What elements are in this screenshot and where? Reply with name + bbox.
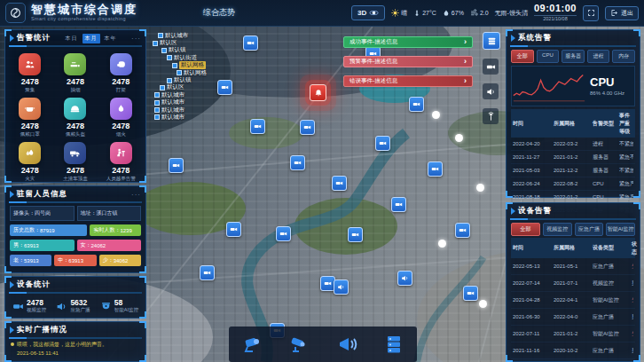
camera-icon xyxy=(230,225,238,233)
map-marker[interactable] xyxy=(348,227,363,242)
stat-emergency-broadcast: 5632应急广播 xyxy=(56,299,90,313)
map-marker[interactable] xyxy=(455,223,470,238)
table-row[interactable]: 2021-11-16 2020-10-2 应急广播 异常 xyxy=(511,342,635,359)
truck-icon xyxy=(64,142,86,164)
map-marker[interactable] xyxy=(375,136,390,151)
map-marker[interactable] xyxy=(479,300,487,308)
period-tab[interactable]: 本月 xyxy=(82,34,100,43)
table-row[interactable]: 2022-06-24 2022-08-2 CPU 紧急严重 xyxy=(511,177,635,191)
camera-chip: 摄像头：四号岗 xyxy=(10,206,75,221)
tab-overview[interactable]: 综合态势 xyxy=(196,4,242,21)
tool-ptz-camera-button[interactable] xyxy=(240,331,266,358)
cell-status: 失联 xyxy=(632,263,633,271)
tree-bullet-icon xyxy=(161,48,167,53)
tree-row[interactable]: 默认城市 xyxy=(153,114,207,121)
map-marker[interactable] xyxy=(438,240,446,248)
system-tab[interactable]: 全部 xyxy=(511,50,534,63)
rail-broadcast-button[interactable] xyxy=(483,108,499,124)
period-tab[interactable]: 本年 xyxy=(102,34,120,43)
tool-server-button[interactable] xyxy=(381,331,407,358)
device-tab[interactable]: 应急广播 xyxy=(575,223,604,236)
rail-camera-button[interactable] xyxy=(483,59,499,75)
tile-fighting: 2478 打架 xyxy=(98,51,144,96)
table-row[interactable]: 2022-07-14 2021-07-1 视频监控 异常 xyxy=(511,275,635,292)
system-tab[interactable]: 进程 xyxy=(587,50,610,63)
tool-megaphone-button[interactable] xyxy=(334,331,360,358)
table-row[interactable]: 2022-07-11 2021-01-2 智能AI监控 失联 xyxy=(511,326,635,342)
device-tab[interactable]: 视频监控 xyxy=(543,223,572,236)
system-tab[interactable]: 内存 xyxy=(612,50,635,63)
tile-value: 2478 xyxy=(52,77,98,86)
table-row[interactable]: 2022-05-13 2021-05-1 应急广播 失联 xyxy=(511,258,635,275)
alarm-marker[interactable] xyxy=(310,84,326,101)
map-marker[interactable] xyxy=(169,158,184,173)
cell-grid: 2022-04-0 xyxy=(554,314,591,319)
cell-status: 异常 xyxy=(632,347,633,355)
rail-speaker-button[interactable] xyxy=(483,83,499,99)
map-marker[interactable] xyxy=(428,161,443,177)
map-marker[interactable] xyxy=(217,80,232,95)
tile-label: 土渣车顶盖 xyxy=(52,176,98,182)
camera-icon xyxy=(324,279,332,287)
map-marker[interactable] xyxy=(432,111,440,119)
clock: 09:01:00 2021/10/08 xyxy=(534,4,577,22)
map-marker[interactable] xyxy=(300,120,315,135)
table-row[interactable]: 2021-06-30 2022-04-0 应急广播 异常 xyxy=(511,309,635,326)
table-row[interactable]: 2022-04-20 2022-03-2 进程 不紧急不严重 xyxy=(511,138,635,151)
period-tab[interactable]: 本日 xyxy=(63,34,81,43)
map-marker[interactable] xyxy=(250,119,265,134)
speaker-icon xyxy=(56,301,67,312)
table-row[interactable]: 2021-05-03 2021-12-2 服务器 不紧急严重 xyxy=(511,164,635,177)
system-tab[interactable]: CPU xyxy=(537,50,560,63)
3d-mode-toggle[interactable]: 3D xyxy=(351,5,385,20)
tile-label: 抽烟 xyxy=(52,87,98,93)
map-marker[interactable] xyxy=(455,134,463,142)
cell-device-type: 视频监控 xyxy=(593,279,630,287)
map-marker[interactable] xyxy=(409,97,424,112)
fullscreen-button[interactable] xyxy=(583,5,599,21)
map-marker[interactable] xyxy=(332,176,347,191)
panel-underline xyxy=(9,45,142,47)
exit-label: 退出 xyxy=(621,9,633,18)
map-marker[interactable] xyxy=(463,286,478,301)
map-marker[interactable] xyxy=(290,155,305,170)
exit-button[interactable]: 退出 xyxy=(605,6,639,20)
cell-grid: 2021-12-2 xyxy=(554,168,591,173)
tile-label: 聚集 xyxy=(7,87,52,93)
fire-icon xyxy=(19,142,41,164)
cell-status: 失联 xyxy=(632,330,633,338)
table-row[interactable]: 2021-11-27 2021-01-2 服务器 紧急不严重 xyxy=(511,151,635,164)
event-toast[interactable]: 错误事件-描述信息 › xyxy=(343,75,473,87)
map-marker[interactable] xyxy=(397,271,412,286)
tree-bullet-icon xyxy=(167,55,172,60)
tile-label: 人员越界告警 xyxy=(98,176,144,182)
map-marker[interactable] xyxy=(476,184,484,192)
tree-bullet-icon xyxy=(167,78,172,83)
tool-cctv-button[interactable] xyxy=(287,331,313,358)
map-marker[interactable] xyxy=(243,35,258,51)
map-marker[interactable] xyxy=(391,197,406,212)
panel-title: 设备告警 xyxy=(518,206,552,216)
table-row[interactable]: 2021-04-28 2022-04-1 智能AI监控 失联 xyxy=(511,292,635,309)
tile-value: 2478 xyxy=(98,122,144,130)
cell-severity: 紧急严重 xyxy=(619,193,633,201)
map-marker[interactable] xyxy=(200,265,215,280)
event-toast[interactable]: 成功事件-描述信息 › xyxy=(343,36,473,48)
cell-time: 2022-07-14 xyxy=(513,280,552,286)
cell-grid: 2022-01-2 xyxy=(554,194,591,200)
tile-mask: 2478 佩戴口罩 xyxy=(7,96,52,140)
map-marker[interactable] xyxy=(226,222,241,237)
system-tab[interactable]: 服务器 xyxy=(562,50,585,63)
weather-temp: 27°C xyxy=(413,9,436,17)
device-tab[interactable]: 智能AI监控 xyxy=(606,223,635,236)
cell-time: 2021-11-27 xyxy=(513,154,552,160)
cell-time: 2021-08-18 xyxy=(513,194,552,200)
map-marker[interactable] xyxy=(276,226,291,241)
device-tab[interactable]: 全部 xyxy=(511,223,540,236)
rail-layers-button[interactable] xyxy=(483,32,500,50)
chevron-right-icon: › xyxy=(464,58,467,66)
event-toast[interactable]: 预警事件-描述信息 › xyxy=(343,56,473,67)
system-alerts-panel: 系统告警 全部CPU服务器进程内存 CPU 86% 4.00 GHz 时间所属网… xyxy=(506,29,640,198)
map-marker[interactable] xyxy=(334,279,349,295)
camera-icon xyxy=(12,301,24,312)
